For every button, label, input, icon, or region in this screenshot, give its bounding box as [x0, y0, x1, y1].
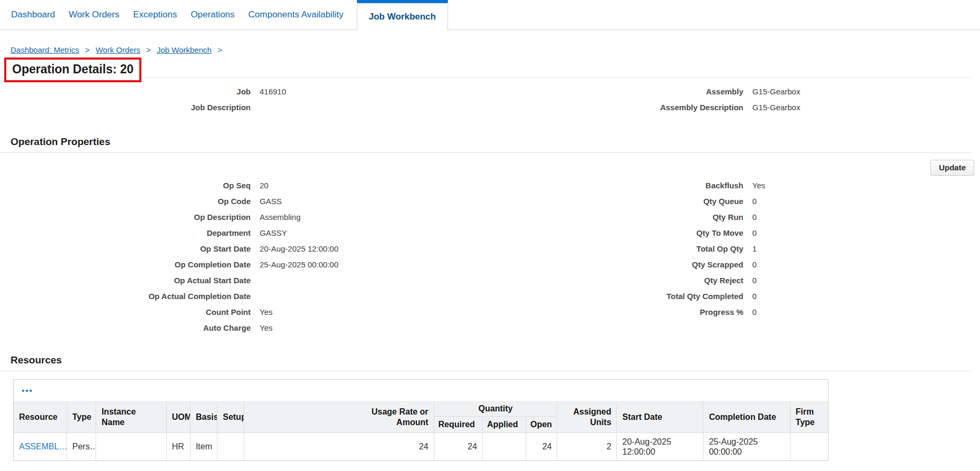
- auto-charge-value: Yes: [260, 323, 272, 333]
- cell-required: 24: [434, 432, 482, 460]
- resource-link[interactable]: ASSEMBL…: [19, 442, 67, 451]
- job-description-row: Job Description: [0, 102, 490, 113]
- cell-firm-type: [790, 432, 828, 460]
- update-button-row: Update: [0, 160, 974, 176]
- breadcrumb-link-job-workbench[interactable]: Job Workbench: [157, 45, 212, 54]
- breadcrumb: Dashboard: Metrics > Work Orders > Job W…: [11, 45, 980, 54]
- cell-type: Pers…: [67, 432, 96, 460]
- breadcrumb-link-dashboard-metrics[interactable]: Dashboard: Metrics: [11, 45, 79, 54]
- cell-open: 24: [526, 432, 557, 460]
- breadcrumb-separator: >: [217, 45, 222, 54]
- assembly-value: G15-Gearbox: [753, 86, 801, 97]
- op-code-value: GASS: [260, 196, 282, 207]
- resources-table-toolbar: •••: [14, 380, 828, 402]
- assembly-description-value: G15-Gearbox: [753, 102, 801, 113]
- qty-reject-label: Qty Reject: [490, 275, 744, 286]
- cell-assigned-units: 2: [557, 432, 617, 460]
- section-divider: [0, 371, 971, 371]
- op-description-value: Assembling: [260, 212, 301, 223]
- page-title-highlight-box: Operation Details: 20: [4, 57, 141, 82]
- assembly-description-label: Assembly Description: [490, 102, 744, 113]
- op-completion-date-value: 25-Aug-2025 00:00:00: [260, 259, 338, 270]
- resources-heading: Resources: [11, 354, 980, 366]
- job-description-label: Job Description: [0, 102, 251, 113]
- header-divider: [0, 78, 971, 78]
- assembly-row: Assembly G15-Gearbox: [490, 86, 980, 97]
- tab-job-workbench[interactable]: Job Workbench: [357, 0, 448, 30]
- col-header-usage-rate: Usage Rate or Amount: [244, 402, 434, 432]
- col-header-type: Type: [67, 402, 96, 432]
- tab-operations[interactable]: Operations: [184, 0, 241, 30]
- job-summary: Job 416910 Job Description Assembly G15-…: [0, 86, 980, 118]
- total-qty-completed-label: Total Qty Completed: [490, 291, 744, 302]
- col-header-applied: Applied: [482, 416, 526, 432]
- cell-start-date: 20-Aug-2025 12:00:00: [617, 432, 703, 460]
- job-row: Job 416910: [0, 86, 490, 97]
- col-header-required: Required: [434, 416, 482, 432]
- col-header-resource: Resource: [14, 402, 67, 432]
- operation-properties-form: Op Seq20 Op CodeGASS Op DescriptionAssem…: [0, 180, 980, 339]
- operation-properties-heading: Operation Properties: [11, 136, 980, 148]
- op-actual-start-date-label: Op Actual Start Date: [0, 275, 251, 286]
- count-point-value: Yes: [260, 307, 272, 318]
- page-title: Operation Details: 20: [12, 62, 134, 76]
- progress-pct-label: Progress %: [490, 307, 744, 318]
- update-button[interactable]: Update: [930, 160, 974, 176]
- job-label: Job: [0, 86, 251, 97]
- tab-exceptions[interactable]: Exceptions: [126, 0, 184, 30]
- tab-dashboard[interactable]: Dashboard: [4, 0, 62, 30]
- breadcrumb-separator: >: [146, 45, 151, 54]
- op-code-label: Op Code: [0, 196, 251, 207]
- qty-scrapped-value: 0: [753, 259, 757, 270]
- op-start-date-value: 20-Aug-2025 12:00:00: [260, 244, 338, 254]
- table-actions-ellipsis-icon[interactable]: •••: [22, 387, 33, 395]
- col-header-completion-date: Completion Date: [703, 402, 790, 432]
- total-qty-completed-value: 0: [753, 291, 757, 302]
- qty-queue-label: Qty Queue: [490, 196, 744, 207]
- col-header-firm-type: Firm Type: [790, 402, 828, 432]
- col-group-header-quantity: Quantity: [434, 402, 557, 416]
- col-header-instance-name: Instance Name: [96, 402, 166, 432]
- assembly-label: Assembly: [490, 86, 744, 97]
- assembly-description-row: Assembly Description G15-Gearbox: [490, 102, 980, 113]
- op-seq-value: 20: [260, 180, 269, 191]
- col-header-open: Open: [526, 416, 557, 432]
- resources-table: ••• Resource Type Instance Name UOM Basi…: [13, 379, 829, 461]
- col-header-assigned-units: Assigned Units: [557, 402, 617, 432]
- job-value: 416910: [260, 86, 286, 97]
- backflush-value: Yes: [753, 180, 765, 191]
- cell-setup: [217, 432, 244, 460]
- resources-data-table: Resource Type Instance Name UOM Basis Se…: [14, 402, 828, 460]
- cell-resource: ASSEMBL…: [14, 432, 67, 460]
- op-description-label: Op Description: [0, 212, 251, 223]
- cell-completion-date: 25-Aug-2025 00:00:00: [703, 432, 790, 460]
- department-label: Department: [0, 228, 251, 238]
- op-completion-date-label: Op Completion Date: [0, 259, 251, 270]
- tab-bar: Dashboard Work Orders Exceptions Operati…: [0, 0, 980, 30]
- cell-instance-name: [96, 432, 166, 460]
- tab-components-availability[interactable]: Components Availability: [242, 0, 350, 30]
- tab-work-orders[interactable]: Work Orders: [62, 0, 126, 30]
- cell-uom: HR: [166, 432, 190, 460]
- table-row: ASSEMBL… Pers… HR Item 24 24 24 2 20-Aug…: [14, 432, 828, 460]
- breadcrumb-separator: >: [85, 45, 90, 54]
- qty-scrapped-label: Qty Scrapped: [490, 259, 744, 270]
- count-point-label: Count Point: [0, 307, 251, 318]
- col-header-start-date: Start Date: [617, 402, 703, 432]
- qty-queue-value: 0: [753, 196, 757, 207]
- breadcrumb-link-work-orders[interactable]: Work Orders: [96, 45, 140, 54]
- col-header-setup: Setup: [217, 402, 244, 432]
- op-start-date-label: Op Start Date: [0, 244, 251, 254]
- progress-pct-value: 0: [753, 307, 757, 318]
- qty-run-label: Qty Run: [490, 212, 744, 223]
- op-seq-label: Op Seq: [0, 180, 251, 191]
- qty-reject-value: 0: [753, 275, 757, 286]
- department-value: GASSY: [260, 228, 287, 238]
- section-divider: [0, 152, 971, 153]
- backflush-label: Backflush: [490, 180, 744, 191]
- col-header-basis: Basis: [190, 402, 217, 432]
- auto-charge-label: Auto Charge: [0, 323, 251, 333]
- op-actual-completion-date-label: Op Actual Completion Date: [0, 291, 251, 302]
- qty-run-value: 0: [753, 212, 757, 223]
- total-op-qty-value: 1: [753, 244, 757, 254]
